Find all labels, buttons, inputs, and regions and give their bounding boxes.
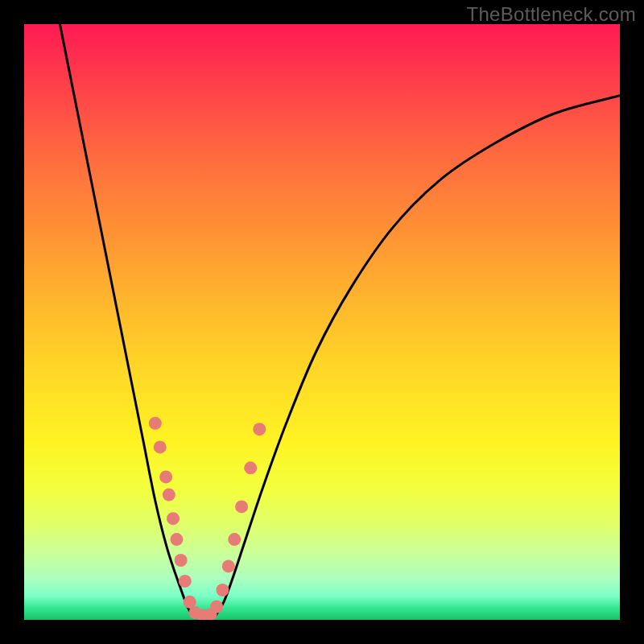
curve-layer <box>60 24 620 617</box>
data-marker <box>154 440 167 453</box>
data-marker <box>170 533 183 546</box>
curve-right-curve <box>215 96 620 617</box>
data-marker <box>179 575 192 588</box>
data-marker <box>210 601 223 613</box>
data-marker <box>175 554 188 567</box>
data-marker <box>167 512 180 525</box>
chart-svg <box>24 24 620 620</box>
data-marker <box>235 500 248 513</box>
data-marker <box>222 559 235 572</box>
data-marker <box>253 423 266 436</box>
outer-frame: TheBottleneck.com <box>0 0 644 644</box>
watermark-text: TheBottleneck.com <box>466 3 636 26</box>
data-marker <box>244 461 257 474</box>
marker-layer <box>149 417 266 620</box>
plot-area <box>24 24 620 620</box>
data-marker <box>216 584 229 597</box>
data-marker <box>228 533 241 546</box>
data-marker <box>149 417 162 430</box>
curve-left-curve <box>60 24 194 617</box>
data-marker <box>163 489 175 502</box>
data-marker <box>159 470 172 483</box>
